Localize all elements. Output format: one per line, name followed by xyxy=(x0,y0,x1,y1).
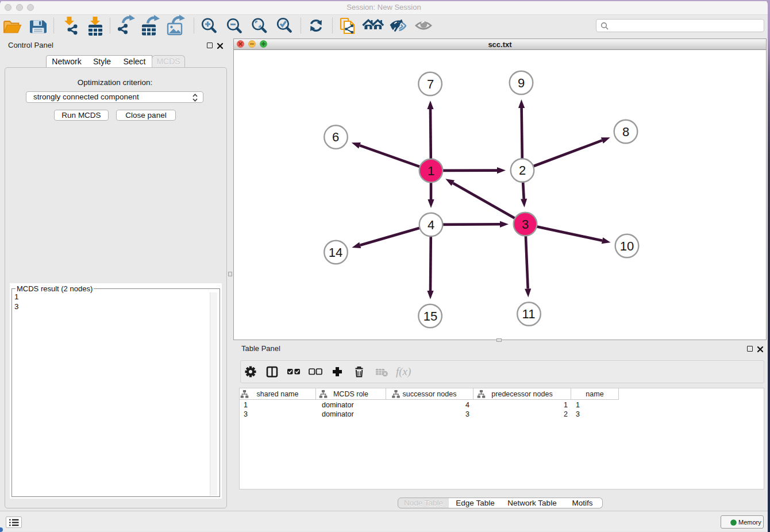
svg-text:8: 8 xyxy=(622,125,629,139)
svg-text:7: 7 xyxy=(427,77,434,91)
svg-text:10: 10 xyxy=(620,239,634,253)
svg-text:9: 9 xyxy=(518,76,525,90)
svg-text:1: 1 xyxy=(428,164,434,178)
svg-text:3: 3 xyxy=(522,217,529,232)
svg-text:4: 4 xyxy=(428,218,434,232)
svg-text:14: 14 xyxy=(329,245,342,260)
svg-text:2: 2 xyxy=(519,163,526,178)
svg-text:f(x): f(x) xyxy=(396,365,411,378)
svg-text:11: 11 xyxy=(522,307,536,321)
svg-text:6: 6 xyxy=(332,130,339,144)
svg-text:15: 15 xyxy=(424,309,437,323)
